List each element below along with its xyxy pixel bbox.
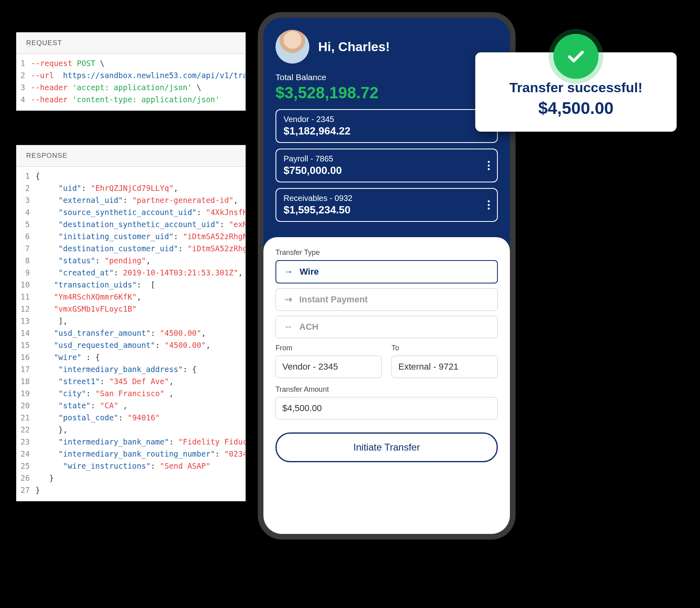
from-select[interactable]: Vendor - 2345 <box>275 356 382 378</box>
transfer-type-label: Transfer Type <box>275 248 498 257</box>
to-label: To <box>391 344 498 352</box>
transfer-type-label-text: Instant Payment <box>299 294 368 305</box>
account-card[interactable]: Payroll - 7865 $750,000.00 <box>275 149 498 182</box>
response-body: 1 2 3 4 5 6 7 8 9 10 11 12 13 14 15 16 1… <box>17 167 245 501</box>
transfer-form: Transfer Type → Wire ⇢ Instant Payment ↔… <box>263 237 510 534</box>
code-line: "street1": "345 Def Ave", <box>35 375 245 387</box>
code-line: } <box>35 472 245 484</box>
account-card[interactable]: Receivables - 0932 $1,595,234.50 <box>275 188 498 222</box>
initiate-transfer-button[interactable]: Initiate Transfer <box>275 432 498 462</box>
code-line: "status": "pending", <box>35 254 245 267</box>
arrow-icon: ⇢ <box>283 294 294 305</box>
avatar[interactable] <box>275 30 309 64</box>
amount-input[interactable]: $4,500.00 <box>275 397 498 420</box>
account-label: Payroll - 7865 <box>284 154 490 163</box>
kebab-icon[interactable] <box>488 159 490 172</box>
code-line: "city": "San Francisco" , <box>35 387 245 399</box>
transfer-type-label-text: Wire <box>300 267 319 277</box>
code-line: } <box>35 484 245 496</box>
code-line: "vmxGSMb1vFLoyc1B" <box>35 303 245 315</box>
code-line: "external_uid": "partner-generated-id", <box>35 194 245 206</box>
code-line: "postal_code": "94016" <box>35 412 245 424</box>
request-panel: REQUEST 1 2 3 4 --request POST \--url ht… <box>16 32 246 111</box>
response-header: RESPONSE <box>17 145 245 167</box>
code-line: --header 'accept: application/json' \ <box>31 81 245 93</box>
account-amount: $1,182,964.22 <box>284 125 490 137</box>
code-line: "Ym4RSchXQmmr6KfK", <box>35 291 245 303</box>
total-balance-amount: $3,528,198.72 <box>275 84 498 102</box>
kebab-icon[interactable] <box>488 199 490 211</box>
code-line: "usd_transfer_amount": "4500.00", <box>35 327 245 339</box>
checkmark-icon <box>553 34 599 79</box>
app-header: Hi, Charles! Total Balance $3,528,198.72… <box>263 18 510 237</box>
request-header: REQUEST <box>17 33 245 54</box>
code-line: --header 'content-type: application/json… <box>31 93 245 105</box>
code-line: }, <box>35 424 245 436</box>
arrow-icon: → <box>284 267 294 277</box>
code-line: "intermediary_bank_name": "Fidelity Fidu… <box>35 436 245 448</box>
account-amount: $750,000.00 <box>284 164 490 177</box>
transfer-type-label-text: ACH <box>299 322 319 332</box>
code-line: "created_at": 2019-10-14T03:21:53.301Z", <box>35 267 245 279</box>
code-line: "uid": "EhrQZJNjCd79LLYq", <box>35 182 245 194</box>
code-line: ], <box>35 315 245 327</box>
total-balance-label: Total Balance <box>275 72 498 82</box>
code-line: "intermediary_bank_routing_number": "023… <box>35 448 245 460</box>
greeting: Hi, Charles! <box>318 39 390 54</box>
account-amount: $1,595,234.50 <box>284 204 490 216</box>
transfer-type-option[interactable]: → Wire <box>275 260 498 283</box>
account-card[interactable]: Vendor - 2345 $1,182,964.22 <box>275 109 498 143</box>
code-line: "usd_requested_amount": "4500.00", <box>35 339 245 351</box>
code-line: "state": "CA" , <box>35 399 245 412</box>
code-line: { <box>35 170 245 182</box>
from-label: From <box>275 344 382 352</box>
code-line: --url https://sandbox.newline53.com/api/… <box>31 69 245 81</box>
toast-amount: $4,500.00 <box>483 99 669 118</box>
account-label: Vendor - 2345 <box>284 115 490 124</box>
code-line: --request POST \ <box>31 57 245 69</box>
code-line: "source_synthetic_account_uid": "4XkJnsf… <box>35 206 245 218</box>
response-panel: RESPONSE 1 2 3 4 5 6 7 8 9 10 11 12 13 1… <box>16 145 246 501</box>
amount-label: Transfer Amount <box>275 385 498 394</box>
transfer-type-option[interactable]: ↔ ACH <box>275 316 498 338</box>
phone-screen: Hi, Charles! Total Balance $3,528,198.72… <box>263 18 510 534</box>
success-toast: Transfer successful! $4,500.00 <box>475 52 677 132</box>
to-select[interactable]: External - 9721 <box>391 356 498 378</box>
account-label: Receivables - 0932 <box>284 194 490 203</box>
arrow-icon: ↔ <box>283 322 294 332</box>
request-body: 1 2 3 4 --request POST \--url https://sa… <box>17 54 245 110</box>
code-line: "destination_customer_uid": "iDtmSA52zRh… <box>35 242 245 254</box>
code-line: "wire_instructions": "Send ASAP" <box>35 460 245 472</box>
code-line: "transaction_uids": [ <box>35 279 245 291</box>
transfer-type-option[interactable]: ⇢ Instant Payment <box>275 288 498 311</box>
code-line: "destination_synthetic_account_uid": "ex… <box>35 218 245 230</box>
code-line: "initiating_customer_uid": "iDtmSA52zRhg… <box>35 230 245 242</box>
code-line: "wire" : { <box>35 351 245 363</box>
code-line: "intermediary_bank_address": { <box>35 363 245 375</box>
